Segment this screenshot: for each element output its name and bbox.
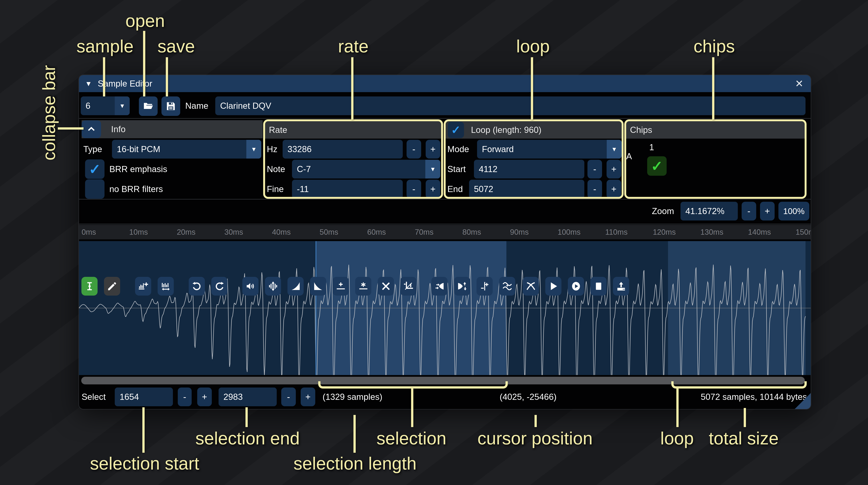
screenshot-stage: ▼ Sample Editor ✕ 6 ▼ Name Clarinet DQV … — [0, 0, 868, 485]
preview-selection-button[interactable] — [568, 277, 584, 296]
selection-start-minus-button[interactable]: - — [178, 388, 192, 406]
ruler-tick-label: 110ms — [605, 225, 627, 239]
waveform-view[interactable] — [79, 241, 811, 375]
stop-preview-button[interactable] — [590, 277, 607, 296]
selection-end-field[interactable]: 2983 — [219, 388, 277, 406]
apply-silence-button[interactable] — [355, 277, 371, 296]
ruler-tick-label: 30ms — [224, 225, 243, 239]
select-mode-button[interactable] — [82, 277, 98, 296]
preview-sample-button[interactable] — [545, 277, 561, 296]
fade-out-button[interactable] — [310, 277, 326, 296]
annotation-chips: chips — [693, 36, 735, 57]
chips-callout-box — [624, 119, 807, 199]
callout-line-rate — [351, 57, 353, 119]
window-titlebar[interactable]: ▼ Sample Editor ✕ — [79, 75, 811, 92]
zoom-out-button[interactable]: - — [742, 202, 756, 221]
delete-button[interactable] — [378, 277, 394, 296]
crossfade-loop-points-button[interactable] — [523, 277, 539, 296]
waveform-svg[interactable] — [79, 241, 811, 375]
name-label: Name — [185, 96, 208, 115]
resize-button[interactable] — [135, 277, 151, 296]
no-brr-filters-checkbox[interactable] — [85, 180, 104, 199]
window-collapse-icon[interactable]: ▼ — [85, 75, 92, 92]
ruler-tick-label: 50ms — [319, 225, 338, 239]
fade-in-button[interactable] — [287, 277, 304, 296]
resize-grip[interactable] — [795, 393, 811, 409]
normalize-button[interactable] — [265, 277, 281, 296]
callout-line-collapse-bar — [58, 127, 84, 130]
sample-type-combo[interactable]: 16-bit PCM ▼ — [112, 140, 261, 159]
callout-line-total-size — [744, 408, 746, 427]
annotation-rate: rate — [338, 36, 369, 57]
select-mode-icon — [84, 281, 95, 292]
no-brr-filters-label: no BRR filters — [110, 180, 163, 198]
annotation-open: open — [125, 11, 165, 31]
trim-button[interactable] — [400, 277, 416, 296]
draw-mode-button[interactable] — [104, 277, 120, 296]
redo-icon — [214, 281, 225, 292]
annotation-selection-length: selection length — [293, 453, 416, 474]
apply-filter-button[interactable] — [499, 277, 515, 296]
collapse-info-button[interactable] — [82, 120, 101, 138]
ruler-tick-label: 130ms — [701, 225, 723, 239]
zoom-value-field[interactable]: 41.1672% — [681, 202, 738, 221]
annotation-selection-start: selection start — [90, 453, 199, 474]
undo-button[interactable] — [189, 277, 205, 296]
brr-emphasis-checkbox[interactable]: ✓ — [85, 159, 104, 179]
selection-start-field[interactable]: 1654 — [115, 388, 173, 406]
redo-button[interactable] — [211, 277, 227, 296]
callout-line-loop-bottom — [676, 388, 679, 427]
ruler-tick-label: 140ms — [748, 225, 771, 239]
annotation-collapse-bar: collapse bar — [39, 65, 59, 160]
callout-line-chips — [712, 57, 714, 119]
amplify-button[interactable] — [242, 277, 258, 296]
selection-start-plus-button[interactable]: + — [197, 388, 212, 406]
normalize-icon — [268, 281, 278, 292]
zoom-label: Zoom — [652, 202, 674, 221]
callout-line-selection-length — [353, 415, 356, 453]
time-ruler: 0ms10ms20ms30ms40ms50ms60ms70ms80ms90ms1… — [79, 225, 811, 239]
signed-unsigned-button[interactable] — [476, 277, 493, 296]
loop-bracket — [671, 381, 807, 389]
select-label: Select — [82, 388, 106, 406]
selection-end-minus-button[interactable]: - — [281, 388, 296, 406]
ruler-tick-label: 0ms — [82, 225, 96, 239]
resample-button[interactable] — [158, 277, 174, 296]
preview-sample-icon — [548, 281, 559, 292]
amplify-icon — [245, 281, 256, 292]
rate-callout-box — [263, 119, 443, 199]
annotation-sample: sample — [76, 36, 134, 57]
sample-index-combo[interactable]: 6 ▼ — [81, 96, 130, 115]
annotation-save: save — [157, 36, 195, 57]
fade-out-icon — [313, 281, 323, 292]
close-icon[interactable]: ✕ — [795, 75, 803, 92]
resize-icon — [138, 281, 149, 292]
ruler-tick-label: 150ms — [796, 225, 811, 239]
trim-icon — [403, 281, 414, 292]
selection-end-plus-button[interactable]: + — [301, 388, 315, 406]
callout-line-loop — [531, 57, 533, 119]
info-panel-title: Info — [111, 124, 125, 134]
save-sample-button[interactable] — [161, 96, 180, 116]
callout-line-cursor-position — [534, 415, 537, 427]
separator — [79, 224, 811, 224]
reverse-button[interactable] — [431, 277, 447, 296]
chevron-down-icon[interactable]: ▼ — [115, 96, 130, 115]
signed-unsigned-icon — [479, 281, 490, 292]
ruler-tick-label: 90ms — [510, 225, 529, 239]
callout-line-open — [143, 31, 145, 96]
ruler-tick-label: 40ms — [272, 225, 291, 239]
chevron-down-icon[interactable]: ▼ — [246, 140, 261, 159]
zoom-in-button[interactable]: + — [760, 202, 775, 221]
selection-end-value: 2983 — [223, 392, 243, 402]
resample-icon — [160, 281, 171, 292]
loop-callout-box — [444, 119, 624, 199]
invert-button[interactable] — [454, 277, 470, 296]
insert-silence-button[interactable] — [333, 277, 349, 296]
ruler-tick-label: 10ms — [129, 225, 148, 239]
zoom-reset-button[interactable]: 100% — [778, 202, 809, 221]
sample-name-field[interactable]: Clarinet DQV — [215, 96, 806, 115]
open-sample-button[interactable] — [139, 96, 158, 116]
create-instrument-button[interactable] — [613, 277, 629, 296]
sample-type-value: 16-bit PCM — [117, 144, 160, 154]
